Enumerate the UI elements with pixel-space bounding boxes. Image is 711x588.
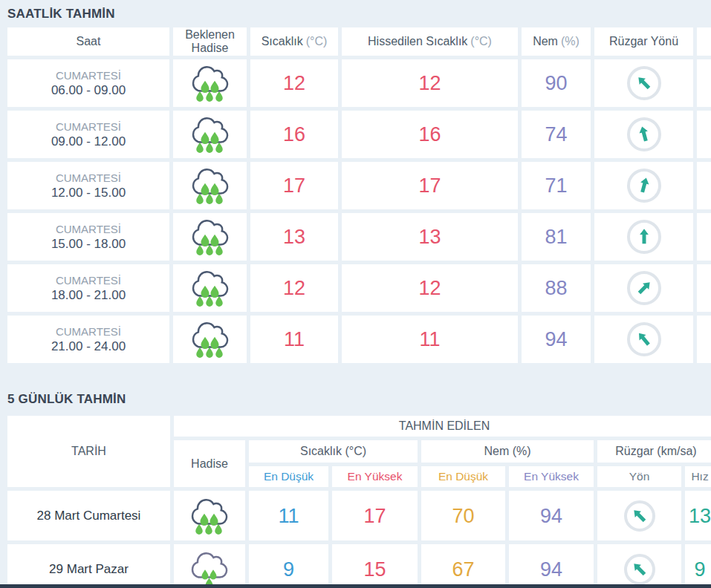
hourly-col-humidity-label: Nem	[533, 35, 558, 48]
day-label: CUMARTESİ	[56, 222, 121, 236]
wind-direction-icon	[627, 66, 661, 100]
wind-arrow	[630, 326, 658, 353]
hourly-col-wind-label: Rüzgar Yönü	[609, 35, 678, 48]
rain-cloud-icon	[189, 497, 230, 535]
wind-arrow	[626, 555, 653, 583]
daily-col-wind-group-label: Rüzgar (km/sa)	[615, 445, 696, 458]
day-label: CUMARTESİ	[56, 273, 121, 287]
feels-like-value: 17	[342, 162, 518, 209]
daily-col-humidity-max-label: En Yüksek	[524, 470, 579, 483]
hourly-time-cell: CUMARTESİ 09.00 - 12.00	[7, 111, 169, 158]
daily-col-date-label: TARİH	[71, 445, 106, 458]
humidity-value: 81	[522, 213, 591, 261]
heavy-rain-icon	[189, 115, 231, 154]
weather-event-cell	[173, 59, 247, 107]
weather-event-cell	[174, 544, 245, 588]
rain-cloud-icon	[189, 320, 231, 359]
hourly-time-cell: CUMARTESİ 18.00 - 21.00	[7, 264, 169, 312]
daily-col-humidity-min: En Düşük	[421, 466, 505, 487]
time-range-label: 09.00 - 12.00	[51, 134, 126, 149]
heavy-rain-icon	[189, 218, 231, 256]
hourly-forecast-table: Saat Beklenen Hadise Sıcaklık(°C) Hissed…	[0, 27, 711, 363]
hourly-col-time-label: Saat	[77, 35, 101, 48]
rain-cloud-icon	[189, 269, 231, 307]
wind-direction-icon	[627, 322, 661, 356]
humidity-value: 90	[522, 59, 591, 107]
wind-direction-cell	[594, 264, 693, 312]
footer-divider-bar	[0, 584, 711, 588]
heavy-rain-icon	[189, 64, 231, 102]
daily-section-title: 5 GÜNLÜK TAHMİN	[0, 385, 711, 416]
time-range-label: 15.00 - 18.00	[51, 236, 126, 252]
daily-col-wind-speed-label: Hız	[691, 470, 708, 483]
temp-max-value: 17	[332, 491, 418, 540]
daily-col-event: Hadise	[174, 440, 245, 487]
hourly-col-time: Saat	[7, 27, 169, 56]
wind-direction-icon	[627, 117, 661, 151]
hourly-col-event: Beklenen Hadise	[173, 27, 247, 56]
rain-cloud-icon	[189, 166, 231, 205]
hourly-time-cell: CUMARTESİ 06.00 - 09.00	[7, 59, 169, 107]
row-spacer-cell	[697, 264, 711, 312]
hourly-col-temp: Sıcaklık(°C)	[250, 27, 338, 56]
temperature-value: 13	[250, 213, 338, 261]
day-label: CUMARTESİ	[56, 68, 121, 82]
day-label: CUMARTESİ	[56, 171, 121, 185]
hourly-col-event-label: Beklenen Hadise	[173, 28, 247, 55]
rain-icon	[189, 550, 230, 588]
wind-direction-icon	[624, 500, 655, 532]
daily-col-temp-max-label: En Yüksek	[348, 470, 403, 483]
heavy-rain-icon	[189, 166, 231, 205]
heavy-rain-icon	[189, 497, 230, 535]
hourly-col-temp-label: Sıcaklık	[262, 35, 303, 48]
daily-col-wind-direction: Yön	[597, 466, 681, 487]
hourly-col-feels-unit: (°C)	[470, 35, 492, 48]
rain-cloud-icon	[189, 115, 231, 154]
rain-cloud-icon	[189, 550, 230, 588]
feels-like-value: 12	[342, 59, 518, 107]
wind-arrow	[632, 174, 656, 197]
row-spacer-cell	[697, 111, 711, 158]
humidity-value: 71	[522, 162, 591, 209]
daily-col-event-label: Hadise	[191, 457, 228, 471]
hourly-col-spacer	[697, 27, 711, 56]
daily-col-temp-group-label: Sıcaklık (°C)	[300, 445, 366, 458]
hourly-col-temp-unit: (°C)	[306, 35, 328, 48]
daily-col-temp-max: En Yüksek	[332, 466, 418, 487]
humidity-value: 88	[522, 264, 591, 312]
hourly-time-cell: CUMARTESİ 15.00 - 18.00	[7, 213, 169, 261]
temp-max-value: 15	[332, 544, 418, 588]
temperature-value: 11	[250, 316, 338, 363]
daily-col-wind-direction-label: Yön	[629, 470, 650, 483]
wind-arrow	[630, 275, 658, 302]
rain-cloud-icon	[189, 218, 231, 256]
humidity-min-value: 70	[421, 491, 505, 540]
wind-direction-cell	[594, 316, 693, 363]
daily-col-humidity-group: Nem (%)	[421, 440, 594, 463]
temperature-value: 12	[250, 59, 338, 107]
wind-direction-icon	[627, 169, 661, 203]
daily-col-wind-group: Rüzgar (km/sa)	[597, 440, 711, 463]
wind-direction-cell	[597, 544, 681, 588]
humidity-min-value: 67	[421, 544, 505, 588]
wind-direction-cell	[594, 111, 693, 158]
row-spacer-cell	[697, 213, 711, 261]
wind-speed-value: 9	[685, 544, 711, 588]
humidity-value: 94	[522, 316, 591, 363]
day-label: CUMARTESİ	[56, 120, 121, 134]
hourly-col-wind: Rüzgar Yönü	[594, 27, 693, 56]
feels-like-value: 13	[342, 213, 518, 261]
daily-col-date: TARİH	[7, 416, 170, 487]
daily-col-temp-min-label: En Düşük	[264, 470, 314, 483]
temperature-value: 12	[250, 264, 338, 312]
humidity-max-value: 94	[509, 491, 594, 540]
hourly-col-feels: Hissedilen Sıcaklık(°C)	[342, 27, 518, 56]
daily-col-humidity-max: En Yüksek	[509, 466, 594, 487]
weather-event-cell	[173, 316, 247, 363]
daily-col-temp-min: En Düşük	[249, 466, 328, 487]
feels-like-value: 16	[342, 111, 518, 158]
temperature-value: 16	[250, 111, 338, 158]
hourly-time-cell: CUMARTESİ 21.00 - 24.00	[7, 316, 169, 363]
daily-col-temp-group: Sıcaklık (°C)	[249, 440, 418, 463]
hourly-col-humidity: Nem(%)	[522, 27, 591, 56]
